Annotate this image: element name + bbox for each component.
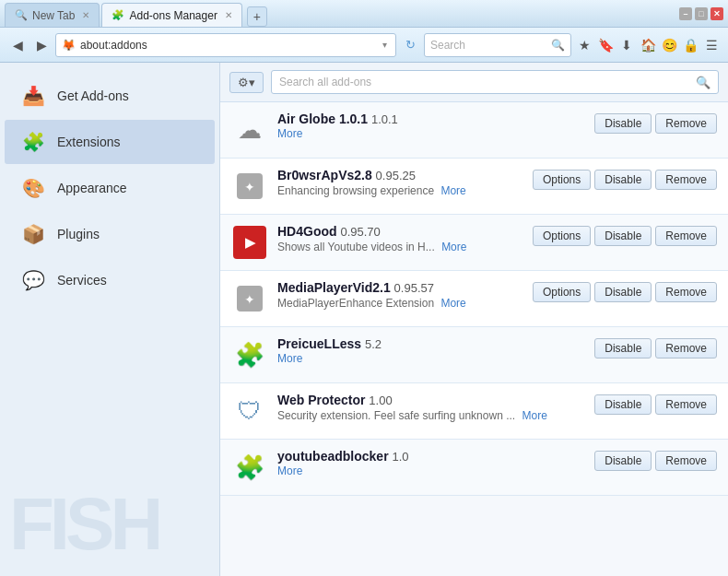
hd4good-info: HD4Good 0.95.70 Shows all Youtube videos… bbox=[277, 224, 523, 253]
sidebar-item-services[interactable]: 💬 Services bbox=[5, 258, 215, 302]
hd4good-remove-btn[interactable]: Remove bbox=[655, 226, 717, 246]
mediaplayervid-remove-btn[interactable]: Remove bbox=[655, 282, 717, 302]
mediaplayervid-desc: MediaPlayerEnhance Extension More bbox=[277, 297, 523, 310]
youtubeadblocker-more-link[interactable]: More bbox=[277, 464, 302, 477]
preicuelless-more-link[interactable]: More bbox=[277, 352, 302, 365]
web-protector-remove-btn[interactable]: Remove bbox=[655, 394, 717, 415]
home-icon[interactable]: 🏠 bbox=[639, 36, 657, 54]
plugins-icon: 📦 bbox=[18, 219, 48, 249]
preicuelless-buttons: Disable Remove bbox=[594, 338, 717, 359]
hd4good-more-link[interactable]: More bbox=[441, 241, 466, 253]
gear-button[interactable]: ⚙ ▾ bbox=[229, 72, 264, 93]
hd4good-icon: ▶ bbox=[231, 224, 268, 261]
hd4good-options-btn[interactable]: Options bbox=[533, 226, 591, 246]
sidebar-item-appearance[interactable]: 🎨 Appearance bbox=[5, 166, 215, 210]
search-placeholder: Search bbox=[430, 39, 551, 52]
close-button[interactable]: ✕ bbox=[710, 7, 723, 20]
bookmark-icon[interactable]: 🔖 bbox=[596, 36, 615, 54]
web-protector-info: Web Protector 1.00 Security extension. F… bbox=[277, 393, 585, 422]
preicuelless-info: PreicueLLess 5.2 More bbox=[277, 336, 585, 365]
addons-toolbar: ⚙ ▾ Search all add-ons 🔍 bbox=[220, 63, 728, 102]
search-addons-input[interactable]: Search all add-ons 🔍 bbox=[271, 70, 719, 94]
web-protector-title: Web Protector 1.00 bbox=[277, 393, 585, 407]
new-tab-button[interactable]: + bbox=[247, 6, 267, 27]
air-globe-more-link[interactable]: More bbox=[277, 127, 302, 140]
search-bar[interactable]: Search 🔍 bbox=[424, 33, 571, 57]
address-text: about:addons bbox=[80, 39, 380, 52]
forward-button[interactable]: ▶ bbox=[31, 35, 52, 55]
mediaplayervid-more-link[interactable]: More bbox=[440, 297, 465, 310]
address-dropdown-icon[interactable]: ▾ bbox=[382, 40, 387, 50]
youtubeadblocker-version: 1.0 bbox=[392, 450, 408, 464]
air-globe-icon: ☁ bbox=[231, 112, 268, 148]
youtubeadblocker-remove-btn[interactable]: Remove bbox=[655, 451, 717, 471]
preicuelless-disable-btn[interactable]: Disable bbox=[594, 338, 652, 359]
tab-bar: 🔍 New Tab ✕ 🧩 Add-ons Manager ✕ + bbox=[5, 0, 267, 27]
addon-item-youtubeadblocker: 🧩 youtubeadblocker 1.0 More Disable Remo… bbox=[220, 440, 728, 496]
hd4good-disable-btn[interactable]: Disable bbox=[594, 226, 652, 246]
mediaplayervid-options-btn[interactable]: Options bbox=[533, 282, 591, 302]
tab-new-tab[interactable]: 🔍 New Tab ✕ bbox=[5, 3, 100, 27]
addon-item-preicuelless: 🧩 PreicueLLess 5.2 More Disable Remove bbox=[220, 327, 728, 383]
web-protector-disable-btn[interactable]: Disable bbox=[594, 394, 652, 415]
preicuelless-icon: 🧩 bbox=[231, 336, 268, 373]
mediaplayervid-title: MediaPlayerVid2.1 0.95.57 bbox=[277, 280, 523, 295]
search-addons-icon: 🔍 bbox=[696, 76, 710, 89]
addons-tab-label: Add-ons Manager bbox=[129, 9, 217, 22]
br0wsrapvs-options-btn[interactable]: Options bbox=[533, 170, 591, 190]
youtubeadblocker-info: youtubeadblocker 1.0 More bbox=[277, 449, 585, 477]
preicuelless-remove-btn[interactable]: Remove bbox=[655, 338, 717, 359]
br0wsrapvs-more-link[interactable]: More bbox=[440, 184, 465, 197]
download-icon[interactable]: ⬇ bbox=[617, 36, 636, 54]
br0wsrapvs-remove-btn[interactable]: Remove bbox=[655, 170, 717, 190]
air-globe-title: Air Globe 1.0.1 1.0.1 bbox=[277, 112, 585, 126]
menu-icon[interactable]: ☰ bbox=[702, 36, 721, 54]
toolbar-icons: ★ 🔖 ⬇ 🏠 😊 🔒 ☰ bbox=[575, 36, 721, 54]
minimize-button[interactable]: – bbox=[679, 7, 692, 20]
hd4good-buttons: Options Disable Remove bbox=[533, 226, 717, 246]
addon-list: ☁ Air Globe 1.0.1 1.0.1 More Disable Rem… bbox=[220, 102, 728, 574]
search-icon: 🔍 bbox=[551, 39, 565, 52]
bookmark-star-icon[interactable]: ★ bbox=[575, 36, 593, 54]
close-tab-icon[interactable]: ✕ bbox=[82, 10, 89, 20]
hd4good-version: 0.95.70 bbox=[340, 225, 380, 239]
titlebar: 🔍 New Tab ✕ 🧩 Add-ons Manager ✕ + – □ ✕ bbox=[0, 0, 728, 28]
window-controls: – □ ✕ bbox=[679, 7, 723, 20]
web-protector-more-link[interactable]: More bbox=[522, 409, 546, 422]
youtubeadblocker-icon: 🧩 bbox=[231, 449, 268, 486]
extensions-icon: 🧩 bbox=[18, 127, 48, 157]
br0wsrapvs-disable-btn[interactable]: Disable bbox=[594, 170, 652, 190]
addon-item-hd4good: ▶ HD4Good 0.95.70 Shows all Youtube vide… bbox=[220, 215, 728, 271]
new-tab-label: New Tab bbox=[32, 9, 75, 22]
address-bar[interactable]: 🦊 about:addons ▾ bbox=[55, 33, 396, 57]
reload-button[interactable]: ↻ bbox=[400, 35, 420, 55]
youtubeadblocker-disable-btn[interactable]: Disable bbox=[594, 451, 652, 471]
addon-item-mediaplayervid: ✦ MediaPlayerVid2.1 0.95.57 MediaPlayerE… bbox=[220, 271, 728, 327]
br0wsrapvs-desc: Enhancing browsing experience More bbox=[277, 184, 523, 197]
preicuelless-title: PreicueLLess 5.2 bbox=[277, 336, 585, 351]
web-protector-desc: Security extension. Feel safe surfing un… bbox=[277, 409, 585, 422]
avatar-icon[interactable]: 😊 bbox=[660, 36, 678, 54]
back-button[interactable]: ◀ bbox=[7, 35, 28, 55]
air-globe-remove-btn[interactable]: Remove bbox=[655, 113, 717, 134]
sidebar-item-get-addons[interactable]: 📥 Get Add-ons bbox=[5, 74, 215, 118]
br0wsrapvs-info: Br0wsrApVs2.8 0.95.25 Enhancing browsing… bbox=[277, 168, 523, 197]
tab-addons-manager[interactable]: 🧩 Add-ons Manager ✕ bbox=[101, 3, 241, 27]
sidebar-item-extensions[interactable]: 🧩 Extensions bbox=[5, 120, 215, 164]
addon-item-web-protector: 🛡 Web Protector 1.00 Security extension.… bbox=[220, 383, 728, 440]
sidebar: 📥 Get Add-ons 🧩 Extensions 🎨 Appearance … bbox=[0, 63, 219, 576]
gear-icon: ⚙ bbox=[238, 76, 249, 89]
close-addons-tab-icon[interactable]: ✕ bbox=[225, 10, 232, 20]
br0wsrapvs-version: 0.95.25 bbox=[376, 169, 416, 182]
sidebar-item-plugins[interactable]: 📦 Plugins bbox=[5, 212, 215, 256]
services-icon: 💬 bbox=[18, 265, 48, 295]
mediaplayervid-icon: ✦ bbox=[231, 280, 268, 317]
web-protector-version: 1.00 bbox=[369, 394, 392, 407]
addons-panel: ⚙ ▾ Search all add-ons 🔍 ☁ Air Globe 1.0… bbox=[219, 63, 728, 576]
mediaplayervid-disable-btn[interactable]: Disable bbox=[594, 282, 652, 302]
search-icon: 🔍 bbox=[15, 9, 28, 21]
maximize-button[interactable]: □ bbox=[695, 7, 708, 20]
air-globe-disable-btn[interactable]: Disable bbox=[594, 113, 652, 134]
security-icon[interactable]: 🔒 bbox=[681, 36, 699, 54]
sidebar-label-plugins: Plugins bbox=[57, 227, 100, 241]
